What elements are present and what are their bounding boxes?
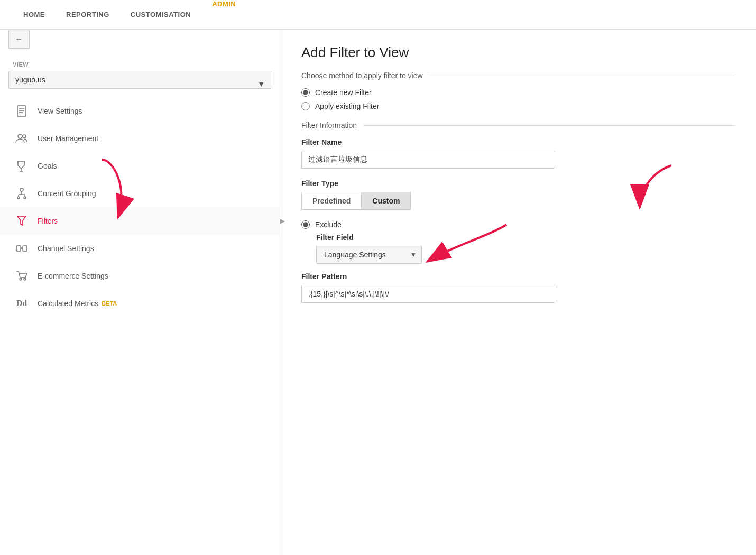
apply-existing-filter-option[interactable]: Apply existing Filter: [301, 102, 735, 110]
goals-label: Goals: [38, 162, 57, 170]
exclude-radio[interactable]: [301, 220, 310, 229]
content-area: Add Filter to View Choose method to appl…: [280, 30, 756, 555]
sidebar-item-filters[interactable]: Filters ▶: [0, 207, 280, 235]
beta-badge: BETA: [102, 300, 117, 307]
svg-rect-17: [16, 246, 21, 251]
nav-reporting[interactable]: REPORTING: [56, 0, 120, 29]
svg-rect-0: [17, 106, 26, 116]
svg-point-22: [24, 278, 26, 280]
svg-point-13: [17, 197, 20, 199]
exclude-radio-row: Exclude: [301, 220, 735, 229]
svg-point-8: [20, 188, 23, 191]
exclude-label: Exclude: [315, 220, 342, 229]
filters-label: Filters: [38, 217, 58, 225]
filter-name-label: Filter Name: [301, 138, 735, 146]
svg-point-5: [23, 135, 26, 138]
filter-type-label: Filter Type: [301, 179, 735, 188]
nav-home[interactable]: HOME: [13, 0, 56, 29]
filter-info-divider: [363, 125, 735, 126]
custom-button[interactable]: Custom: [361, 192, 411, 210]
view-settings-label: View Settings: [38, 107, 82, 115]
apply-existing-filter-label: Apply existing Filter: [315, 102, 379, 110]
filter-field-block: Filter Field Language Settings Campaign …: [316, 233, 735, 264]
sidebar: ← VIEW yuguo.us ▼ View Settings User Man…: [0, 30, 280, 555]
nav-customisation[interactable]: CUSTOMISATION: [120, 0, 201, 29]
svg-point-4: [18, 134, 22, 138]
exclude-section: Exclude Filter Field Language Settings C…: [301, 220, 735, 264]
user-management-label: User Management: [38, 134, 98, 143]
view-settings-icon: [14, 105, 29, 117]
filter-info-label: Filter Information: [301, 121, 357, 130]
back-button[interactable]: ←: [8, 30, 30, 49]
svg-point-14: [24, 197, 26, 199]
create-new-filter-label: Create new Filter: [315, 88, 372, 97]
filters-icon: [14, 215, 29, 227]
method-divider: [429, 76, 735, 76]
calculated-metrics-icon: Dd: [14, 297, 29, 310]
filter-pattern-input[interactable]: [301, 285, 555, 303]
content-grouping-icon: [14, 187, 29, 200]
filter-info-section: Filter Information Filter Name Filter Ty…: [301, 121, 735, 313]
top-nav: HOME REPORTING CUSTOMISATION ADMIN: [0, 0, 756, 30]
create-new-filter-option[interactable]: Create new Filter: [301, 88, 735, 97]
calculated-metrics-label: Calculated Metrics: [38, 299, 98, 308]
sidebar-item-ecommerce-settings[interactable]: E-commerce Settings: [0, 262, 280, 290]
filter-pattern-section: Filter Pattern: [301, 272, 735, 313]
sidebar-item-content-grouping[interactable]: Content Grouping: [0, 180, 280, 207]
page-title: Add Filter to View: [301, 44, 735, 61]
method-section-header: Choose method to apply filter to view: [301, 71, 735, 80]
svg-point-21: [20, 278, 22, 280]
sidebar-item-channel-settings[interactable]: Channel Settings: [0, 235, 280, 262]
filter-pattern-label: Filter Pattern: [301, 272, 735, 281]
nav-admin[interactable]: ADMIN: [201, 0, 246, 29]
apply-existing-filter-radio[interactable]: [301, 102, 310, 110]
exclude-option[interactable]: Exclude: [301, 220, 342, 229]
svg-marker-16: [17, 216, 26, 225]
create-new-filter-radio[interactable]: [301, 88, 310, 97]
svg-rect-18: [23, 246, 27, 251]
ecommerce-settings-icon: [14, 270, 29, 282]
method-radio-group: Create new Filter Apply existing Filter: [301, 88, 735, 110]
sidebar-item-calculated-metrics[interactable]: Dd Calculated Metrics BETA: [0, 290, 280, 317]
predefined-button[interactable]: Predefined: [301, 192, 361, 210]
method-section-label: Choose method to apply filter to view: [301, 71, 423, 80]
filter-field-select[interactable]: Language Settings Campaign Source Medium: [316, 246, 422, 264]
main-layout: ← VIEW yuguo.us ▼ View Settings User Man…: [0, 30, 756, 555]
view-label: VIEW: [0, 53, 280, 71]
channel-settings-icon: [14, 242, 29, 255]
channel-settings-label: Channel Settings: [38, 244, 94, 253]
sidebar-item-user-management[interactable]: User Management: [0, 125, 280, 152]
filter-info-header: Filter Information: [301, 121, 735, 130]
content-grouping-label: Content Grouping: [38, 189, 96, 198]
sidebar-item-goals[interactable]: Goals: [0, 152, 280, 180]
sidebar-item-view-settings[interactable]: View Settings: [0, 97, 280, 125]
view-select[interactable]: yuguo.us: [8, 71, 271, 89]
user-management-icon: [14, 132, 29, 145]
filter-type-row: Predefined Custom: [301, 192, 735, 210]
ecommerce-settings-label: E-commerce Settings: [38, 272, 108, 280]
goals-icon: [14, 160, 29, 172]
filter-field-label: Filter Field: [316, 233, 735, 242]
filter-field-select-wrapper: Language Settings Campaign Source Medium…: [316, 246, 422, 264]
view-select-wrapper: yuguo.us ▼: [0, 71, 280, 97]
filter-name-input[interactable]: [301, 151, 555, 169]
